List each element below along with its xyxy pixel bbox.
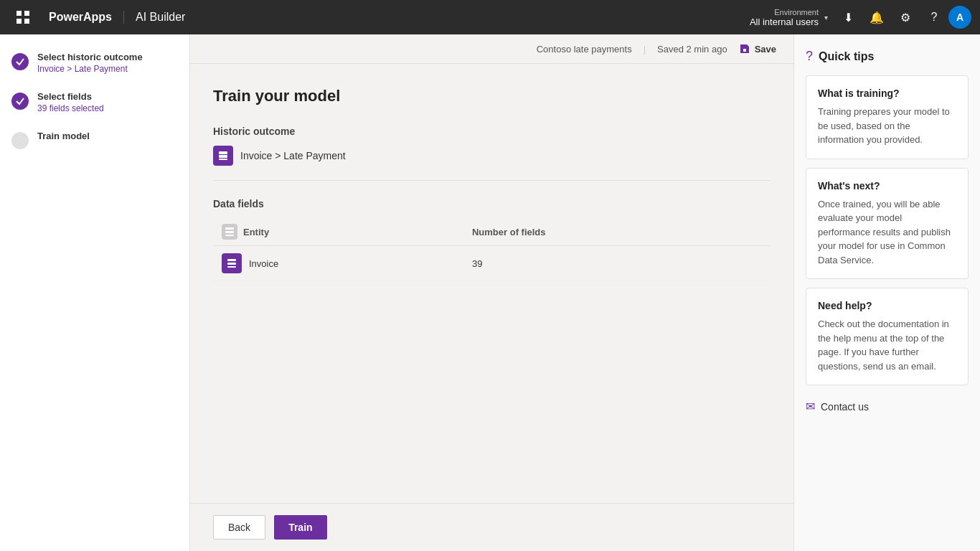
svg-rect-9 xyxy=(225,235,234,236)
main-area: Contoso late payments | Saved 2 min ago … xyxy=(190,34,793,551)
email-icon: ✉ xyxy=(806,400,815,413)
svg-rect-2 xyxy=(17,19,22,24)
step-2-title: Select fields xyxy=(37,91,178,102)
page-layout: Select historic outcome Invoice > Late P… xyxy=(0,34,980,551)
historic-outcome-label: Historic outcome xyxy=(213,126,771,137)
step-1-subtitle: Invoice > Late Payment xyxy=(37,64,178,74)
page-header-bar: Contoso late payments | Saved 2 min ago … xyxy=(190,34,793,64)
entity-icon xyxy=(213,146,233,166)
environment-value: All internal users xyxy=(750,17,819,27)
quick-tips-panel: ? Quick tips What is training? Training … xyxy=(793,34,980,551)
col-entity-header: Entity xyxy=(213,218,463,246)
svg-rect-1 xyxy=(24,11,29,16)
apps-grid-button[interactable] xyxy=(9,3,37,32)
quick-tips-icon: ? xyxy=(806,49,813,64)
fields-table: Entity Number of fields Invoice xyxy=(213,218,771,281)
saved-status: Saved 2 min ago xyxy=(657,44,727,55)
quick-tips-header: ? Quick tips xyxy=(806,49,969,64)
tip-card: What is training? Training prepares your… xyxy=(806,75,969,159)
entity-row-icon xyxy=(222,253,242,273)
svg-rect-8 xyxy=(225,231,234,233)
svg-rect-3 xyxy=(24,19,29,24)
outcome-row: Invoice > Late Payment xyxy=(213,146,771,181)
svg-rect-4 xyxy=(219,151,227,154)
app-name: PowerApps xyxy=(37,11,124,24)
step-3-icon xyxy=(11,132,29,149)
svg-rect-12 xyxy=(227,266,236,268)
outcome-value: Invoice > Late Payment xyxy=(240,150,346,161)
step-1-icon xyxy=(11,53,29,70)
contact-us-row[interactable]: ✉ Contact us xyxy=(806,394,969,419)
col-entity-icon xyxy=(222,224,237,240)
top-navigation: PowerApps AI Builder Environment All int… xyxy=(0,0,980,34)
environment-selector[interactable]: Environment All internal users ▾ xyxy=(750,8,828,27)
content-wrapper: Contoso late payments | Saved 2 min ago … xyxy=(190,34,980,551)
notifications-button[interactable]: 🔔 xyxy=(862,3,891,32)
svg-rect-0 xyxy=(17,11,22,16)
svg-rect-5 xyxy=(219,155,227,158)
settings-button[interactable]: ⚙ xyxy=(891,3,920,32)
step-3-title: Train model xyxy=(37,131,178,141)
page-title: Train your model xyxy=(213,87,771,105)
contact-us-label: Contact us xyxy=(821,401,869,413)
table-icon xyxy=(224,226,235,237)
step-2-subtitle: 39 fields selected xyxy=(37,103,178,113)
user-avatar[interactable]: A xyxy=(948,6,971,29)
environment-chevron-icon: ▾ xyxy=(824,14,828,22)
tip-card: What's next? Once trained, you will be a… xyxy=(806,168,969,280)
step-1: Select historic outcome Invoice > Late P… xyxy=(11,52,178,74)
tip-card-title: What is training? xyxy=(818,88,956,99)
db-icon xyxy=(226,258,237,269)
svg-rect-6 xyxy=(219,159,227,160)
train-button[interactable]: Train xyxy=(274,515,326,540)
tip-card-title: Need help? xyxy=(818,300,956,311)
help-button[interactable]: ? xyxy=(920,3,948,32)
data-fields-section: Data fields Entity xyxy=(213,198,771,281)
table-row: Invoice 39 xyxy=(213,246,771,281)
back-button[interactable]: Back xyxy=(213,515,265,540)
step-1-content: Select historic outcome Invoice > Late P… xyxy=(37,52,178,74)
svg-rect-11 xyxy=(227,263,236,265)
tip-card-text: Check out the documentation in the help … xyxy=(818,317,956,373)
tip-card: Need help? Check out the documentation i… xyxy=(806,288,969,385)
builder-name: AI Builder xyxy=(136,11,185,24)
main-footer: Back Train xyxy=(190,503,793,551)
step-2-icon xyxy=(11,93,29,110)
tip-cards: What is training? Training prepares your… xyxy=(806,75,969,385)
tip-card-title: What's next? xyxy=(818,180,956,192)
main-body: Train your model Historic outcome Invoic… xyxy=(190,64,793,503)
quick-tips-title: Quick tips xyxy=(819,50,874,63)
data-fields-label: Data fields xyxy=(213,198,771,209)
step-3-content: Train model xyxy=(37,131,178,141)
step-1-title: Select historic outcome xyxy=(37,52,178,62)
tip-card-text: Once trained, you will be able evaluate … xyxy=(818,197,956,268)
step-2-content: Select fields 39 fields selected xyxy=(37,91,178,113)
step-3: Train model xyxy=(11,131,178,149)
entity-name: Invoice xyxy=(249,258,278,269)
step-2: Select fields 39 fields selected xyxy=(11,91,178,113)
steps-sidebar: Select historic outcome Invoice > Late P… xyxy=(0,34,190,551)
svg-rect-7 xyxy=(225,227,234,230)
database-icon xyxy=(217,150,229,161)
entity-cell: Invoice xyxy=(213,246,463,281)
save-button[interactable]: Save xyxy=(739,43,776,55)
svg-rect-10 xyxy=(227,259,236,261)
fields-count-cell: 39 xyxy=(463,246,771,281)
col-fields-header: Number of fields xyxy=(463,218,771,246)
save-icon xyxy=(739,43,750,55)
download-button[interactable]: ⬇ xyxy=(834,3,862,32)
project-name: Contoso late payments xyxy=(537,44,632,55)
environment-label: Environment xyxy=(774,8,819,17)
tip-card-text: Training prepares your model to be used,… xyxy=(818,105,956,147)
